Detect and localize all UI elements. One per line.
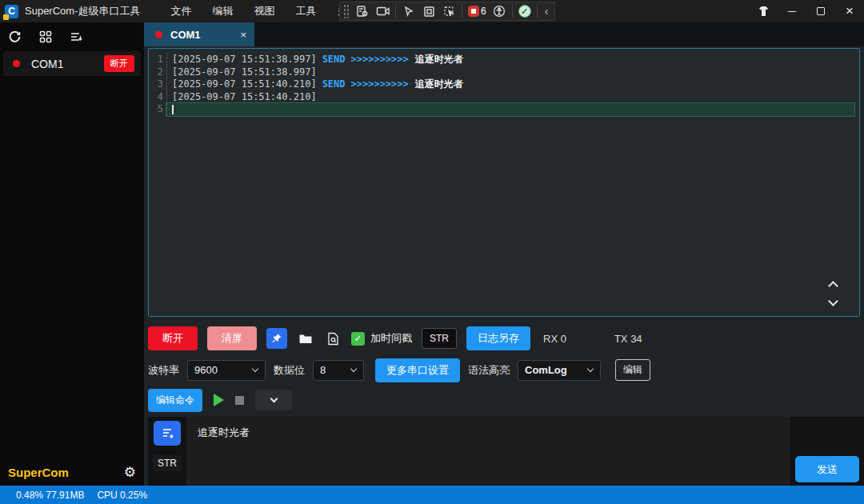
window-controls: ─ × [749,0,864,22]
log-file-preview-icon[interactable] [324,330,342,347]
send-list-icon [161,427,174,439]
check-icon[interactable]: ✓ [518,5,531,18]
sidebar-port-item-com1[interactable]: COM1 断开 [3,51,141,76]
region-select-icon[interactable] [422,4,436,18]
toolbar-divider [462,5,462,18]
timestamp-checkbox[interactable]: ✓ [351,332,365,346]
timestamp-checkbox-label: 加时间戳 [370,331,412,346]
status-bar: 0.48% 77.91MB CPU 0.25% [0,486,864,504]
edit-command-button[interactable]: 编辑命令 [148,389,202,412]
tx-counter: TX 34 [614,333,642,345]
send-mode-column: STR [148,417,186,486]
log-line: 2[2025-09-07 15:51:38.997] [152,66,859,79]
port-disconnect-button[interactable]: 断开 [104,55,134,72]
recorder-overlay-toolbar: 6 ✓ ‹ [339,2,555,21]
sidebar-footer: SuperCom ⚙ [0,464,144,481]
tab-close-icon[interactable]: × [240,29,246,41]
syntax-highlight-label: 语法高亮 [468,363,510,378]
play-icon[interactable] [214,394,224,406]
list-collapse-icon[interactable] [70,30,83,43]
data-bits-label: 数据位 [274,363,305,378]
timestamp-checkbox-group[interactable]: ✓ 加时间戳 [351,331,412,346]
command-dropdown-button[interactable] [255,390,292,410]
app-title: SuperCom-超级串口工具 [25,4,140,18]
minimize-button[interactable]: ─ [778,0,806,22]
sidebar: COM1 断开 SuperCom ⚙ [0,22,144,486]
pointer-capture-icon[interactable] [442,4,456,18]
baud-rate-label: 波特率 [148,363,179,378]
rx-counter: RX 0 [543,333,566,345]
syntax-highlight-select[interactable]: ComLog [518,360,601,381]
toolbar-divider [537,5,538,18]
log-line: 5 [152,103,859,116]
pointer-icon[interactable] [402,4,416,18]
chevron-down-icon [350,366,357,372]
edit-highlight-button[interactable]: 编辑 [615,359,650,381]
log-lines: 1[2025-09-07 15:51:38.997]SEND>>>>>>>>>>… [152,54,859,116]
toolbar-divider [512,5,513,18]
stop-icon[interactable] [235,396,244,405]
theme-shirt-button[interactable] [749,0,778,22]
stop-record-icon[interactable] [468,6,479,17]
record-settings-icon[interactable] [355,4,370,18]
drag-handle-icon[interactable] [343,4,350,18]
text-cursor [172,105,174,114]
send-button-area: 发送 [790,417,864,486]
send-mode-badge[interactable]: STR [153,455,182,471]
tab-com1[interactable]: COM1 × [144,22,254,46]
collapse-toolbar-arrow[interactable]: ‹ [543,5,550,18]
grid-view-icon[interactable] [39,30,52,43]
menu-bar: 文件 编辑 视图 工具 关于 [170,4,358,18]
tab-bar: COM1 × [144,22,864,46]
app-logo-icon: C [5,5,18,18]
send-list-button[interactable] [154,421,181,446]
action-row: 断开 清屏 ✓ [148,325,860,352]
data-bits-select[interactable]: 8 [313,360,364,381]
serial-log-view[interactable]: 1[2025-09-07 15:51:38.997]SEND>>>>>>>>>>… [148,48,860,317]
pin-button[interactable] [266,328,287,349]
accessibility-icon[interactable] [492,4,506,18]
log-line: 4[2025-09-07 15:51:40.210] [152,91,859,104]
log-scroll-buttons [830,282,837,305]
port-name: COM1 [31,58,104,70]
send-panel: STR 追逐时光者 发送 [148,417,864,486]
menu-view[interactable]: 视图 [254,4,274,18]
menu-edit[interactable]: 编辑 [212,4,233,18]
maximize-button[interactable] [806,0,835,22]
record-count: 6 [481,6,486,17]
body: COM1 断开 SuperCom ⚙ COM1 × 1[2025-09-07 1… [0,22,864,486]
close-button[interactable]: × [835,0,864,22]
more-port-settings-button[interactable]: 更多串口设置 [375,358,460,382]
cpu-usage: CPU 0.25% [97,490,147,501]
title-bar: C SuperCom-超级串口工具 文件 编辑 视图 工具 关于 [0,0,864,22]
menu-file[interactable]: 文件 [170,4,191,18]
record-stop-badge[interactable]: 6 [468,6,486,17]
screen-record-icon[interactable] [375,4,390,18]
save-log-button[interactable]: 日志另存 [466,326,530,350]
brand-label: SuperCom [8,466,124,479]
port-settings-row: 波特率 9600 数据位 8 更多串口设置 语法高亮 ComLog 编辑 [148,357,860,383]
menu-tools[interactable]: 工具 [295,4,316,18]
open-folder-icon[interactable] [297,330,314,347]
syntax-highlight-value: ComLog [525,364,582,376]
send-input[interactable]: 追逐时光者 [186,417,790,486]
log-line: 1[2025-09-07 15:51:38.997]SEND>>>>>>>>>>… [152,54,859,66]
chevron-down-icon [587,366,594,372]
command-row: 编辑命令 [148,387,860,413]
clear-screen-button[interactable]: 清屏 [207,326,257,350]
str-mode-button[interactable]: STR [422,328,457,349]
refresh-ports-icon[interactable] [8,30,22,43]
app-window: C SuperCom-超级串口工具 文件 编辑 视图 工具 关于 [0,0,864,504]
settings-gear-icon[interactable]: ⚙ [124,464,136,481]
port-status-dot [13,60,20,67]
chevron-down-icon [270,395,278,403]
scroll-top-icon[interactable] [828,281,838,291]
pin-icon [271,333,282,344]
scroll-bottom-icon[interactable] [828,296,838,306]
baud-rate-select[interactable]: 9600 [187,360,266,381]
disconnect-button[interactable]: 断开 [148,326,198,350]
send-button[interactable]: 发送 [795,456,859,482]
main-panel: COM1 × 1[2025-09-07 15:51:38.997]SEND>>>… [144,22,864,486]
baud-rate-value: 9600 [194,364,246,376]
maximize-icon [817,7,825,15]
